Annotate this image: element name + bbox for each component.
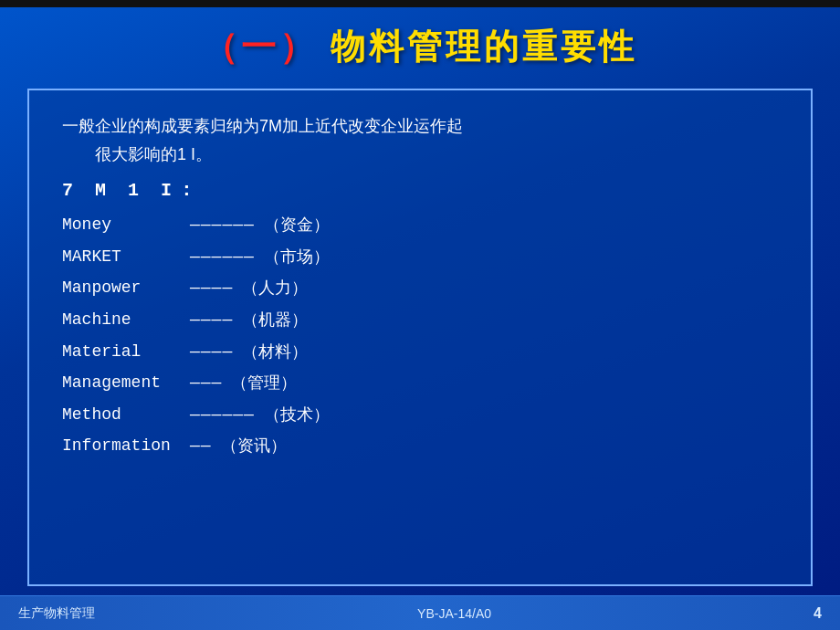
top-bar — [0, 0, 840, 7]
footer-center: YB-JA-14/A0 — [417, 606, 491, 621]
list-item: Machine ———— （机器） — [62, 306, 778, 334]
slide-title: （一） 物料管理的重要性 — [37, 24, 803, 70]
item-dash: ———— — [190, 338, 233, 366]
list-item: Management ——— （管理） — [62, 369, 778, 397]
content-box: 一般企业的构成要素归纳为7M加上近代改变企业运作起 很大影响的1 I。 7 M … — [27, 89, 813, 586]
item-value: （资金） — [264, 211, 330, 239]
footer-right: 4 — [814, 605, 822, 622]
item-key: Management — [62, 369, 190, 397]
item-dash: ———— — [190, 306, 233, 334]
item-value: （机器） — [242, 306, 308, 334]
footer-left: 生产物料管理 — [18, 605, 95, 622]
item-value: （材料） — [242, 338, 308, 366]
item-key: Material — [62, 338, 190, 366]
intro-paragraph: 一般企业的构成要素归纳为7M加上近代改变企业运作起 很大影响的1 I。 — [62, 112, 778, 168]
item-key: Money — [62, 211, 190, 239]
list-item: Manpower ———— （人力） — [62, 274, 778, 302]
item-dash: —— — [190, 432, 212, 460]
item-value: （技术） — [264, 401, 330, 429]
title-text: 物料管理的重要性 — [318, 27, 638, 66]
item-value: （管理） — [231, 369, 297, 397]
item-key: MARKET — [62, 243, 190, 271]
list-item: Information —— （资讯） — [62, 432, 778, 460]
item-dash: ——— — [190, 369, 222, 397]
item-value: （资讯） — [221, 432, 287, 460]
item-dash: —————— — [190, 243, 255, 271]
title-area: （一） 物料管理的重要性 — [0, 7, 840, 83]
list-item: Material ———— （材料） — [62, 338, 778, 366]
slide: （一） 物料管理的重要性 一般企业的构成要素归纳为7M加上近代改变企业运作起 很… — [0, 0, 840, 630]
list-item: Money —————— （资金） — [62, 211, 778, 239]
item-value: （人力） — [242, 274, 308, 302]
list-item: Method —————— （技术） — [62, 401, 778, 429]
item-dash: —————— — [190, 401, 255, 429]
list-item: MARKET —————— （市场） — [62, 243, 778, 271]
items-list: Money —————— （资金）MARKET —————— （市场）Manpo… — [62, 211, 778, 460]
footer: 生产物料管理 YB-JA-14/A0 4 — [0, 595, 840, 630]
title-paren: （一） — [203, 27, 318, 66]
label-7m: 7 M 1 I： — [62, 177, 778, 202]
item-key: Manpower — [62, 274, 190, 302]
intro-line1: 一般企业的构成要素归纳为7M加上近代改变企业运作起 — [62, 117, 463, 135]
item-key: Machine — [62, 306, 190, 334]
item-key: Information — [62, 432, 190, 460]
intro-line2: 很大影响的1 I。 — [62, 141, 778, 169]
item-dash: ———— — [190, 274, 233, 302]
item-key: Method — [62, 401, 190, 429]
item-dash: —————— — [190, 211, 255, 239]
item-value: （市场） — [264, 243, 330, 271]
